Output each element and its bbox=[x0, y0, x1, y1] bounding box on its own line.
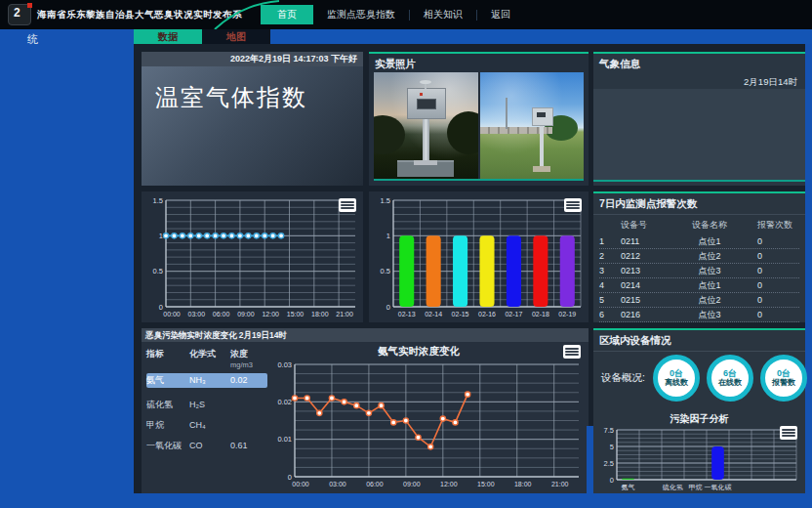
svg-text:12:00: 12:00 bbox=[440, 481, 458, 487]
svg-text:0.5: 0.5 bbox=[381, 267, 390, 275]
chart-menu-icon[interactable] bbox=[564, 198, 582, 212]
svg-text:03:00: 03:00 bbox=[329, 481, 346, 487]
table-row: 60216点位30 bbox=[599, 308, 799, 322]
tab-map[interactable]: 地图 bbox=[202, 29, 270, 44]
monitoring-box bbox=[407, 88, 446, 119]
top-bar: 2 海南省乐东黎族自治县大气恶臭状况实时发布系 首页 监测点恶臭指数 相关知识 … bbox=[0, 0, 812, 29]
antenna-disc bbox=[420, 80, 431, 84]
svg-text:02-13: 02-13 bbox=[398, 311, 416, 318]
daily-bar-chart: 00.511.502-1302-1402-1502-1602-1702-1802… bbox=[372, 194, 586, 319]
monitor-screen bbox=[537, 112, 546, 117]
photos-panel-title: 实景照片 bbox=[369, 54, 589, 74]
site-photos-panel: 实景照片 bbox=[369, 52, 589, 186]
svg-text:02-15: 02-15 bbox=[452, 311, 469, 318]
svg-text:06:00: 06:00 bbox=[366, 481, 384, 487]
tree-silhouette bbox=[374, 115, 405, 154]
svg-text:5: 5 bbox=[610, 443, 614, 451]
greenhouse-line-chart: 00.511.500:0003:0006:0009:0012:0015:0018… bbox=[144, 194, 360, 319]
odor-panel-title: 恶臭污染物实时浓度变化 2月19日14时 bbox=[142, 328, 589, 342]
svg-text:7.5: 7.5 bbox=[604, 426, 614, 435]
page-background-gap bbox=[587, 426, 593, 493]
alarm-count-badge: 0台 报警数 bbox=[760, 355, 807, 402]
nav-item-home[interactable]: 首页 bbox=[261, 5, 313, 24]
svg-text:02-17: 02-17 bbox=[505, 311, 522, 318]
factor-bar-chart: 02.557.5氨气硫化氢甲烷一氧化碳 bbox=[597, 424, 801, 492]
weather-info-panel: 气象信息 2月19日14时 bbox=[593, 52, 805, 186]
table-row: 10211点位10 bbox=[599, 234, 799, 249]
nav-item-back[interactable]: 返回 bbox=[477, 5, 524, 24]
svg-text:18:00: 18:00 bbox=[311, 311, 329, 318]
tab-data[interactable]: 数据 bbox=[134, 29, 202, 44]
greenhouse-index-title: 温室气体指数 bbox=[142, 66, 363, 113]
light-pole bbox=[506, 98, 508, 129]
svg-text:02-18: 02-18 bbox=[532, 311, 549, 318]
equipment-pole bbox=[423, 114, 429, 163]
alarm-table-header: 设备号 设备名称 报警次数 bbox=[599, 217, 799, 234]
chart-menu-icon[interactable] bbox=[563, 345, 581, 359]
svg-text:21:00: 21:00 bbox=[336, 311, 353, 318]
weather-panel-title: 气象信息 bbox=[593, 54, 805, 74]
odor-table-header: 指标 化学式 浓度mg/m3 bbox=[146, 348, 267, 369]
chart-menu-icon[interactable] bbox=[780, 426, 797, 440]
odor-row-ch4[interactable]: 甲烷CH₄ bbox=[146, 418, 267, 433]
nav-item-knowledge[interactable]: 相关知识 bbox=[410, 5, 476, 24]
svg-text:12:00: 12:00 bbox=[262, 311, 279, 318]
greenhouse-index-panel: 2022年2月19日 14:17:03 下午好 温室气体指数 bbox=[142, 52, 363, 186]
devices-panel: 区域内设备情况 设备概况: 0台 离线数 6台 在线数 0台 报警数 污染因子分… bbox=[593, 328, 805, 493]
svg-text:0.01: 0.01 bbox=[277, 435, 292, 444]
device-stat-circles: 0台 离线数 6台 在线数 0台 报警数 bbox=[653, 355, 807, 402]
odor-row-nh3[interactable]: 氨气NH₃0.02 bbox=[146, 373, 267, 388]
monitoring-box bbox=[532, 107, 553, 126]
svg-text:00:00: 00:00 bbox=[292, 481, 309, 487]
svg-text:1: 1 bbox=[159, 232, 163, 240]
app-logo-icon: 2 bbox=[8, 4, 31, 25]
device-overview-row: 设备概况: 0台 离线数 6台 在线数 0台 报警数 bbox=[593, 348, 805, 408]
svg-text:硫化氢: 硫化氢 bbox=[662, 484, 683, 491]
svg-text:0.5: 0.5 bbox=[153, 267, 163, 275]
svg-text:21:00: 21:00 bbox=[551, 481, 569, 487]
site-photo-day bbox=[480, 72, 585, 179]
alarm-panel-title: 7日内监测点报警次数 bbox=[593, 193, 805, 215]
svg-text:0.03: 0.03 bbox=[277, 360, 292, 369]
svg-text:15:00: 15:00 bbox=[287, 311, 304, 318]
odor-row-h2s[interactable]: 硫化氢H₂S bbox=[146, 398, 267, 412]
nh3-chart-title: 氨气实时浓度变化 bbox=[268, 345, 569, 359]
site-photo-dusk bbox=[374, 72, 478, 179]
svg-text:一氧化碳: 一氧化碳 bbox=[705, 484, 732, 491]
svg-text:1.5: 1.5 bbox=[153, 196, 163, 205]
title-wrapped-char: 统 bbox=[27, 32, 38, 47]
dashboard-page: { "app": { "title_line1": "海南省乐东黎族自治县大气恶… bbox=[0, 0, 812, 508]
datetime-banner: 2022年2月19日 14:17:03 下午好 bbox=[142, 52, 363, 66]
offline-count-badge: 0台 离线数 bbox=[653, 355, 700, 402]
svg-text:0.02: 0.02 bbox=[277, 398, 292, 406]
svg-text:氨气: 氨气 bbox=[622, 484, 635, 490]
alarm-count-panel: 7日内监测点报警次数 设备号 设备名称 报警次数 10211点位10 20212… bbox=[593, 191, 805, 322]
chart-menu-icon[interactable] bbox=[339, 198, 356, 212]
svg-text:00:00: 00:00 bbox=[163, 311, 181, 318]
svg-text:09:00: 09:00 bbox=[237, 311, 255, 318]
monitor-screen bbox=[417, 99, 436, 109]
weather-body bbox=[593, 89, 805, 182]
monitor-led bbox=[420, 93, 423, 96]
table-row: 30213点位30 bbox=[599, 264, 799, 278]
app-title: 海南省乐东黎族自治县大气恶臭状况实时发布系 bbox=[37, 0, 242, 29]
daily-bar-chart-panel: 00.511.502-1302-1402-1502-1602-1702-1802… bbox=[369, 191, 589, 322]
svg-text:06:00: 06:00 bbox=[213, 311, 230, 318]
nav-item-odor-index[interactable]: 监测点恶臭指数 bbox=[313, 5, 409, 24]
svg-text:02-16: 02-16 bbox=[478, 311, 496, 318]
odor-realtime-panel: 恶臭污染物实时浓度变化 2月19日14时 指标 化学式 浓度mg/m3 氨气NH… bbox=[142, 328, 589, 493]
odor-row-co[interactable]: 一氧化碳CO0.61 bbox=[146, 439, 267, 453]
svg-text:2.5: 2.5 bbox=[604, 459, 614, 468]
svg-text:03:00: 03:00 bbox=[188, 311, 206, 318]
svg-text:甲烷: 甲烷 bbox=[689, 484, 703, 491]
tab-bar: 数据 地图 bbox=[134, 29, 812, 44]
odor-table: 指标 化学式 浓度mg/m3 氨气NH₃0.02 硫化氢H₂S 甲烷CH₄ 一氧… bbox=[146, 348, 267, 453]
greenhouse-index-body: 温室气体指数 bbox=[142, 66, 363, 186]
svg-text:1.5: 1.5 bbox=[381, 196, 390, 205]
svg-text:1: 1 bbox=[386, 232, 390, 240]
device-overview-label: 设备概况: bbox=[601, 371, 645, 385]
pole-foot bbox=[414, 160, 437, 165]
tab-bar-filler bbox=[270, 29, 812, 44]
svg-text:02-19: 02-19 bbox=[558, 311, 576, 318]
tree-silhouette bbox=[447, 111, 478, 154]
